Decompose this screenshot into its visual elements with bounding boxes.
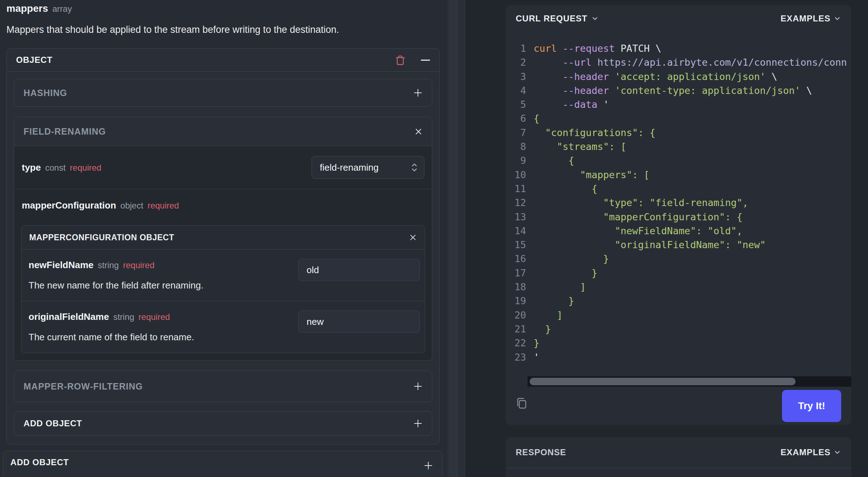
property-name: type <box>22 162 41 173</box>
line-content: --header 'accept: application/json' \ <box>534 70 777 84</box>
curl-request-title: CURL REQUEST <box>516 14 587 24</box>
new-field-name-description: The new name for the field after renamin… <box>29 280 418 291</box>
property-name: originalFieldName <box>29 311 109 322</box>
line-content: "configurations": { <box>534 126 655 140</box>
original-field-name-row: originalFieldName string required The cu… <box>21 301 425 353</box>
close-icon[interactable] <box>409 234 417 241</box>
code-line: 14 "newFieldName": "old", <box>506 224 851 238</box>
code-line: 10 "mappers": [ <box>506 168 851 182</box>
original-field-name-input[interactable] <box>298 311 420 333</box>
divider <box>14 189 432 189</box>
pane-divider <box>458 0 465 477</box>
horizontal-scrollbar-track[interactable] <box>528 376 851 387</box>
response-examples-label: EXAMPLES <box>781 447 831 457</box>
line-number: 17 <box>506 266 526 280</box>
line-number: 3 <box>506 70 526 84</box>
code-line: 6{ <box>506 111 851 125</box>
property-required: required <box>123 260 155 270</box>
code-line: 3 --header 'accept: application/json' \ <box>506 70 851 84</box>
object-panel-title: OBJECT <box>16 55 52 65</box>
field-renaming-label: FIELD-RENAMING <box>24 126 106 137</box>
code-line: 16 } <box>506 252 851 266</box>
object-panel-header: OBJECT <box>7 49 439 72</box>
add-object-outer-label: ADD OBJECT <box>10 457 69 467</box>
plus-icon <box>424 461 433 470</box>
copy-code-button[interactable] <box>515 396 528 409</box>
close-icon[interactable] <box>414 127 423 136</box>
line-content: curl --request PATCH \ <box>534 41 661 55</box>
property-name: mapperConfiguration <box>22 200 116 211</box>
field-renaming-header[interactable]: FIELD-RENAMING <box>14 117 432 146</box>
try-it-button[interactable]: Try It! <box>782 390 841 422</box>
curl-request-dropdown[interactable]: CURL REQUEST <box>516 14 599 24</box>
mapper-configuration-panel: MAPPERCONFIGURATION OBJECT newFieldName … <box>21 225 425 353</box>
left-pane-scrollbar-track[interactable] <box>449 0 458 477</box>
section-hashing[interactable]: HASHING <box>14 79 432 107</box>
code-line: 13 "mapperConfiguration": { <box>506 210 851 224</box>
line-content: { <box>534 154 574 167</box>
response-examples-dropdown[interactable]: EXAMPLES <box>781 447 841 457</box>
code-line: 18 ] <box>506 280 851 294</box>
line-content: --data ' <box>534 97 609 111</box>
delete-object-button[interactable] <box>395 55 406 66</box>
line-content: --url https://api.airbyte.com/v1/connect… <box>534 55 847 69</box>
horizontal-scrollbar-thumb[interactable] <box>530 378 796 385</box>
line-number: 11 <box>506 182 526 196</box>
property-required: required <box>138 312 170 322</box>
new-field-name-input[interactable] <box>298 259 420 281</box>
line-number: 15 <box>506 238 526 252</box>
chevron-down-icon <box>833 15 841 22</box>
line-content: } <box>534 252 609 266</box>
code-line: 19 } <box>506 294 851 308</box>
code-line: 8 "streams": [ <box>506 140 851 154</box>
line-number: 5 <box>506 97 526 111</box>
curl-request-card: CURL REQUEST EXAMPLES 1curl --request PA… <box>506 5 851 425</box>
request-examples-label: EXAMPLES <box>781 14 831 24</box>
section-field-renaming: FIELD-RENAMING type const required <box>14 117 432 361</box>
code-block[interactable]: 1curl --request PATCH \2 --url https://a… <box>506 37 851 378</box>
response-title: RESPONSE <box>516 447 566 457</box>
section-mapper-row-filtering[interactable]: MAPPER-ROW-FILTERING <box>14 371 432 402</box>
code-line: 1curl --request PATCH \ <box>506 41 851 55</box>
select-updown-icon <box>410 162 419 173</box>
line-content: } <box>534 322 551 336</box>
code-line: 11 { <box>506 182 851 196</box>
line-number: 2 <box>506 55 526 69</box>
line-number: 18 <box>506 280 526 294</box>
field-renaming-body: type const required field-renaming <box>14 146 432 360</box>
line-content: { <box>534 182 597 196</box>
code-line: 2 --url https://api.airbyte.com/v1/conne… <box>506 55 851 69</box>
line-number: 1 <box>506 41 526 55</box>
plus-icon <box>413 419 423 428</box>
property-required: required <box>70 163 101 173</box>
property-required: required <box>147 201 179 211</box>
plus-icon <box>413 88 423 97</box>
line-content: } <box>534 336 539 350</box>
type-select-value: field-renaming <box>320 162 379 173</box>
collapse-object-button[interactable] <box>421 60 430 61</box>
line-content: } <box>534 294 574 308</box>
line-number: 8 <box>506 140 526 154</box>
line-number: 23 <box>506 350 526 364</box>
code-line: 4 --header 'content-type: application/js… <box>506 84 851 97</box>
line-number: 6 <box>506 111 526 125</box>
request-examples-dropdown[interactable]: EXAMPLES <box>781 14 841 24</box>
response-card: RESPONSE EXAMPLES <box>506 437 851 477</box>
line-number: 4 <box>506 84 526 97</box>
type-select[interactable]: field-renaming <box>312 156 424 179</box>
plus-icon <box>413 382 423 391</box>
line-content: } <box>534 266 597 280</box>
add-object-inner-button[interactable]: ADD OBJECT <box>14 411 432 436</box>
minus-icon <box>421 60 430 61</box>
property-name: newFieldName <box>29 260 94 271</box>
line-content: "newFieldName": "old", <box>534 224 742 238</box>
field-type: array <box>52 4 72 14</box>
code-lines: 1curl --request PATCH \2 --url https://a… <box>506 41 851 364</box>
response-header: RESPONSE EXAMPLES <box>506 437 851 468</box>
add-object-outer-button[interactable]: ADD OBJECT <box>3 451 443 477</box>
code-line: 15 "originalFieldName": "new" <box>506 238 851 252</box>
code-line: 12 "type": "field-renaming", <box>506 196 851 210</box>
schema-panel: mappers array Mappers that should be app… <box>0 0 448 477</box>
code-line: 5 --data ' <box>506 97 851 111</box>
chevron-down-icon <box>591 15 599 22</box>
